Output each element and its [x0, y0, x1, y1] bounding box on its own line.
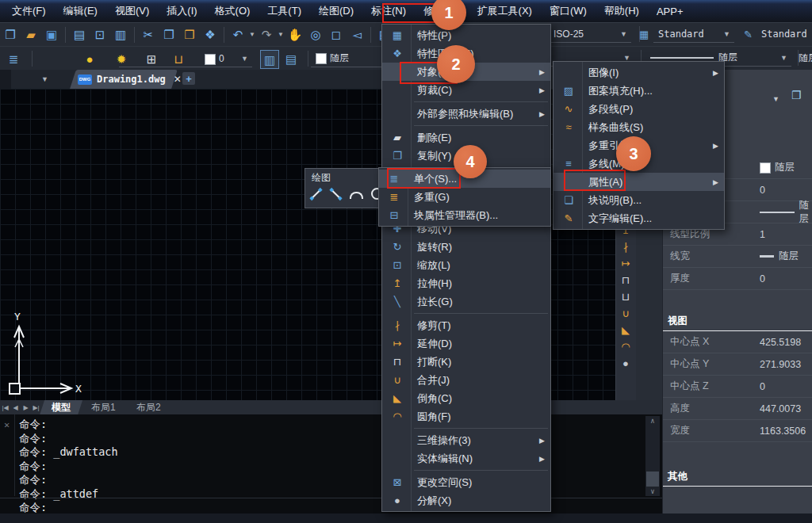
- menu-item[interactable]: ╲拉长(G): [382, 292, 550, 311]
- menu-item[interactable]: 剪裁(C)▶: [382, 81, 550, 99]
- chevron-down-icon[interactable]: ▼: [277, 26, 285, 44]
- menubar-item[interactable]: 格式(O): [206, 1, 259, 21]
- layout-tab[interactable]: 布局2: [124, 400, 173, 415]
- cut-icon[interactable]: ✂: [140, 26, 157, 44]
- tab-list-dropdown-icon[interactable]: ▼: [41, 75, 48, 83]
- layer-combo-underline[interactable]: ▼: [119, 50, 252, 67]
- chevron-down-icon[interactable]: ▼: [248, 26, 256, 44]
- menu-item[interactable]: 属性(A)▶: [553, 173, 724, 191]
- menu-item[interactable]: ⊠更改空间(S): [382, 473, 550, 491]
- menubar-item[interactable]: 工具(T): [259, 1, 310, 21]
- menubar-item[interactable]: 编辑(E): [55, 1, 106, 21]
- layer-previous-icon[interactable]: ▤: [282, 50, 300, 67]
- menu-item[interactable]: ✎文字编辑(E)...: [553, 209, 724, 227]
- break-at-point-icon[interactable]: ⊓: [616, 272, 635, 288]
- trim-icon[interactable]: ∤: [616, 239, 635, 255]
- print-icon[interactable]: ▤: [71, 26, 88, 44]
- menubar-item[interactable]: 文件(F): [3, 1, 55, 21]
- layer-on-bulb-icon[interactable]: ●: [81, 50, 98, 67]
- menu-item[interactable]: 三维操作(3)▶: [382, 431, 550, 449]
- color-control-combo[interactable]: 随层: [311, 50, 390, 67]
- command-prompt[interactable]: 命令:: [19, 501, 47, 513]
- copy-icon[interactable]: ❐: [160, 26, 178, 44]
- layer-properties-icon[interactable]: ≣: [5, 50, 22, 67]
- zoom-realtime-icon[interactable]: ◎: [307, 26, 324, 44]
- property-row[interactable]: 宽度1163.3506: [663, 420, 812, 442]
- menu-item[interactable]: ◣倒角(C): [382, 389, 550, 407]
- property-row[interactable]: 高度447.0073: [663, 398, 812, 420]
- print-preview-icon[interactable]: ⊡: [91, 26, 109, 44]
- dimension-style-combo[interactable]: ISO-25 ▼: [549, 25, 631, 43]
- scroll-down-icon[interactable]: ∨: [645, 487, 660, 495]
- table-style-combo[interactable]: Standard ▼: [653, 25, 734, 43]
- menu-item[interactable]: ∤修剪(T): [382, 316, 550, 334]
- menubar-item[interactable]: 插入(I): [158, 1, 205, 21]
- property-row[interactable]: 厚度0: [663, 268, 812, 290]
- menu-item[interactable]: 外部参照和块编辑(B)▶: [382, 105, 550, 123]
- menu-item[interactable]: ∪合并(J): [382, 371, 550, 389]
- menu-item[interactable]: ▰删除(E): [382, 128, 550, 147]
- undo-icon[interactable]: ↶: [229, 26, 247, 44]
- plot-icon[interactable]: ▥: [112, 26, 129, 44]
- fillet-icon[interactable]: ◠: [616, 338, 635, 355]
- layout-tab[interactable]: 布局1: [79, 400, 128, 415]
- menu-item[interactable]: 图像(I)▶: [553, 63, 724, 82]
- new-tab-button[interactable]: +: [182, 72, 195, 85]
- multileader-style-icon[interactable]: ✎: [744, 29, 753, 40]
- menu-item[interactable]: ↻旋转(R): [382, 238, 550, 256]
- explode-icon[interactable]: ●: [616, 355, 635, 372]
- menubar-item[interactable]: 窗口(W): [541, 1, 596, 21]
- menu-item[interactable]: ↦延伸(D): [382, 334, 550, 353]
- menu-item[interactable]: ●分解(X): [382, 491, 550, 510]
- multileader-style-combo[interactable]: Standard: [758, 25, 812, 43]
- menu-item[interactable]: ∿多段线(P): [553, 100, 724, 118]
- menu-item[interactable]: ≣多重(G): [379, 188, 550, 206]
- scrollbar-thumb[interactable]: [646, 471, 659, 487]
- menubar-item[interactable]: 扩展工具(X): [469, 1, 541, 21]
- chevron-down-icon[interactable]: ▼: [772, 95, 779, 103]
- extend-icon[interactable]: ↦: [616, 255, 635, 272]
- ray-tool-icon[interactable]: [331, 189, 340, 198]
- menu-item[interactable]: ❏块说明(B)...: [553, 191, 724, 209]
- make-object-layer-current-icon[interactable]: ▥: [260, 50, 279, 69]
- join-icon[interactable]: ∪: [616, 305, 635, 322]
- layout-tab[interactable]: 模型: [40, 400, 82, 415]
- property-row[interactable]: 线宽随层: [663, 246, 812, 268]
- save-icon[interactable]: ▣: [43, 26, 60, 44]
- arc-tool-icon[interactable]: [350, 192, 363, 199]
- line-tool-icon[interactable]: [311, 189, 320, 198]
- first-tab-icon[interactable]: |◀: [0, 404, 10, 411]
- chamfer-icon[interactable]: ◣: [616, 322, 635, 338]
- table-style-icon[interactable]: ▦: [639, 29, 649, 40]
- menu-item[interactable]: ⊟块属性管理器(B)...: [379, 206, 550, 224]
- menubar-item[interactable]: 视图(V): [106, 1, 158, 21]
- command-scrollbar[interactable]: ∧ ∨: [645, 416, 660, 496]
- prev-tab-icon[interactable]: ◀: [10, 404, 21, 411]
- menu-item[interactable]: ⊡缩放(L): [382, 256, 550, 274]
- scroll-up-icon[interactable]: ∧: [645, 417, 660, 425]
- paste-icon[interactable]: ❒: [181, 26, 198, 44]
- new-file-icon[interactable]: ❐: [2, 26, 19, 44]
- open-folder-icon[interactable]: ▰: [22, 26, 40, 44]
- menu-item[interactable]: 实体编辑(N)▶: [382, 449, 550, 468]
- property-row[interactable]: 中心点 Y271.9033: [663, 353, 812, 376]
- redo-icon[interactable]: ↷: [258, 26, 275, 44]
- match-properties-icon[interactable]: ❖: [201, 26, 219, 44]
- menubar-item[interactable]: APP+: [648, 2, 692, 21]
- property-row[interactable]: 中心点 Z0: [663, 376, 812, 398]
- last-tab-icon[interactable]: ▶|: [31, 404, 41, 411]
- command-close-icon[interactable]: ✕: [4, 419, 10, 430]
- menu-item[interactable]: ↥拉伸(H): [382, 274, 550, 292]
- menu-item[interactable]: ◠圆角(F): [382, 407, 550, 426]
- property-row[interactable]: 中心点 X425.5198: [663, 331, 812, 353]
- pan-icon[interactable]: ✋: [286, 26, 304, 44]
- zoom-previous-icon[interactable]: ◅: [348, 26, 366, 44]
- menu-item[interactable]: ⊓打断(K): [382, 353, 550, 371]
- menubar-item[interactable]: 标注(N): [362, 1, 415, 21]
- plotstyle-combo-clipped[interactable]: 随层: [799, 49, 812, 67]
- break-icon[interactable]: ⊔: [616, 288, 635, 305]
- zoom-window-icon[interactable]: ◻: [327, 26, 345, 44]
- menu-item[interactable]: ≈样条曲线(S): [553, 118, 724, 136]
- menubar-item[interactable]: 帮助(H): [596, 1, 648, 21]
- menu-item[interactable]: ▨图案填充(H)...: [553, 82, 724, 100]
